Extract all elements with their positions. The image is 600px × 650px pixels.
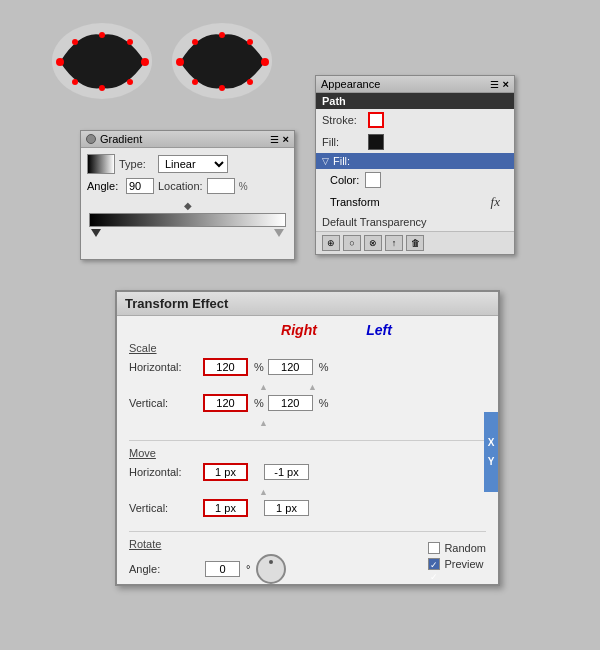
svg-point-10 bbox=[176, 58, 184, 66]
random-row[interactable]: Random bbox=[428, 542, 486, 554]
location-input[interactable] bbox=[207, 178, 235, 194]
gradient-stop-black[interactable] bbox=[91, 229, 101, 237]
svg-point-3 bbox=[99, 32, 105, 38]
gradient-stop-white[interactable] bbox=[274, 229, 284, 237]
transform-panel: Transform Effect Right Left Scale Horizo… bbox=[115, 290, 500, 586]
move-h-label: Horizontal: bbox=[129, 466, 199, 478]
move-h-right-input[interactable] bbox=[203, 463, 248, 481]
scale-v-left-input[interactable] bbox=[268, 395, 313, 411]
svg-point-5 bbox=[72, 39, 78, 45]
gradient-midpoint[interactable]: ◆ bbox=[184, 200, 192, 211]
fill-label: Fill: bbox=[322, 136, 362, 148]
svg-point-17 bbox=[247, 79, 253, 85]
gradient-preview bbox=[87, 154, 115, 174]
move-v-label: Vertical: bbox=[129, 502, 199, 514]
scale-v-label: Vertical: bbox=[129, 397, 199, 409]
fill-preview[interactable] bbox=[368, 134, 384, 150]
svg-point-11 bbox=[261, 58, 269, 66]
appearance-path-header: Path bbox=[316, 93, 514, 109]
appearance-menu-icon[interactable]: ☰ bbox=[490, 79, 499, 90]
scale-v-right-input[interactable] bbox=[203, 394, 248, 412]
appearance-titlebar: Appearance ☰ × bbox=[316, 76, 514, 93]
appearance-title: Appearance bbox=[321, 78, 380, 90]
fill-section-label: Fill: bbox=[333, 155, 350, 167]
gradient-bar[interactable] bbox=[89, 213, 286, 227]
random-checkbox[interactable] bbox=[428, 542, 440, 554]
svg-point-12 bbox=[219, 32, 225, 38]
left-header: Left bbox=[339, 322, 419, 338]
options-section: Random ✓ Preview bbox=[428, 542, 486, 570]
rotate-angle-label: Angle: bbox=[129, 563, 199, 575]
degree-symbol: ° bbox=[246, 563, 250, 575]
random-label: Random bbox=[444, 542, 486, 554]
transform-titlebar: Transform Effect bbox=[117, 292, 498, 316]
gradient-menu-icon[interactable]: ☰ bbox=[270, 134, 279, 145]
scale-v-left-pct: % bbox=[319, 397, 329, 409]
blue-tab-y: Y bbox=[488, 456, 495, 467]
stroke-label: Stroke: bbox=[322, 114, 362, 126]
scale-h-arrow2: ▲ bbox=[308, 382, 317, 392]
scale-section-label: Scale bbox=[129, 342, 486, 354]
move-horizontal-row: Horizontal: bbox=[129, 463, 486, 481]
type-select[interactable]: Linear Radial bbox=[158, 155, 228, 173]
move-h-arrow: ▲ bbox=[259, 487, 268, 497]
scale-v-right-pct: % bbox=[254, 397, 264, 409]
transform-title: Transform Effect bbox=[125, 296, 228, 311]
fill-section-header[interactable]: ▽ Fill: bbox=[316, 153, 514, 169]
clear-btn[interactable]: ○ bbox=[343, 235, 361, 251]
blue-side-tab[interactable]: X Y bbox=[484, 412, 498, 492]
new-art-btn[interactable]: ⊕ bbox=[322, 235, 340, 251]
scale-h-left-pct: % bbox=[319, 361, 329, 373]
transform-row: Transform fx bbox=[316, 191, 514, 213]
move-v-right-input[interactable] bbox=[203, 499, 248, 517]
stroke-preview[interactable] bbox=[368, 112, 384, 128]
rotate-knob[interactable] bbox=[256, 554, 286, 584]
path-label: Path bbox=[322, 95, 346, 107]
move-vertical-row: Vertical: bbox=[129, 499, 486, 517]
pct-label: % bbox=[239, 181, 248, 192]
gradient-titlebar: Gradient ☰ × bbox=[81, 131, 294, 148]
svg-point-4 bbox=[99, 85, 105, 91]
svg-point-1 bbox=[56, 58, 64, 66]
copy-btn[interactable]: ⊗ bbox=[364, 235, 382, 251]
move-h-left-input[interactable] bbox=[264, 464, 309, 480]
delete-btn[interactable]: 🗑 bbox=[406, 235, 424, 251]
default-transparency-row: Default Transparency bbox=[316, 213, 514, 231]
preview-label: Preview bbox=[444, 558, 483, 570]
appearance-toolbar: ⊕ ○ ⊗ ↑ 🗑 bbox=[316, 231, 514, 254]
scale-horizontal-row: Horizontal: % % bbox=[129, 358, 486, 376]
rotate-section-label: Rotate bbox=[129, 538, 286, 550]
left-eye bbox=[50, 20, 150, 100]
eye-illustration bbox=[30, 10, 290, 130]
svg-point-7 bbox=[72, 79, 78, 85]
move-v-left-input[interactable] bbox=[264, 500, 309, 516]
move-up-btn[interactable]: ↑ bbox=[385, 235, 403, 251]
color-row: Color: bbox=[316, 169, 514, 191]
scale-vertical-row: Vertical: % % bbox=[129, 394, 486, 412]
scale-h-right-input[interactable] bbox=[203, 358, 248, 376]
appearance-panel: Appearance ☰ × Path Stroke: Fill: ▽ Fill… bbox=[315, 75, 515, 255]
right-eye bbox=[170, 20, 270, 100]
gradient-close-btn[interactable]: × bbox=[283, 133, 289, 145]
scale-h-arrow: ▲ bbox=[259, 382, 268, 392]
rotate-angle-input[interactable] bbox=[205, 561, 240, 577]
location-label: Location: bbox=[158, 180, 203, 192]
svg-point-16 bbox=[192, 79, 198, 85]
appearance-close-btn[interactable]: × bbox=[503, 78, 509, 90]
blue-tab-x: X bbox=[488, 437, 495, 448]
svg-point-13 bbox=[219, 85, 225, 91]
preview-checkbox[interactable]: ✓ bbox=[428, 558, 440, 570]
preview-row[interactable]: ✓ Preview bbox=[428, 558, 483, 570]
gradient-panel: Gradient ☰ × Type: Linear Radial Angle: … bbox=[80, 130, 295, 260]
fill-row: Fill: bbox=[316, 131, 514, 153]
angle-input[interactable] bbox=[126, 178, 154, 194]
svg-point-8 bbox=[127, 79, 133, 85]
scale-h-left-input[interactable] bbox=[268, 359, 313, 375]
color-box[interactable] bbox=[365, 172, 381, 188]
section-divider-2 bbox=[129, 531, 486, 532]
fx-badge: fx bbox=[491, 194, 500, 210]
angle-label: Angle: bbox=[87, 180, 122, 192]
color-label: Color: bbox=[330, 174, 359, 186]
default-transparency-label: Default Transparency bbox=[322, 216, 427, 228]
svg-point-2 bbox=[141, 58, 149, 66]
